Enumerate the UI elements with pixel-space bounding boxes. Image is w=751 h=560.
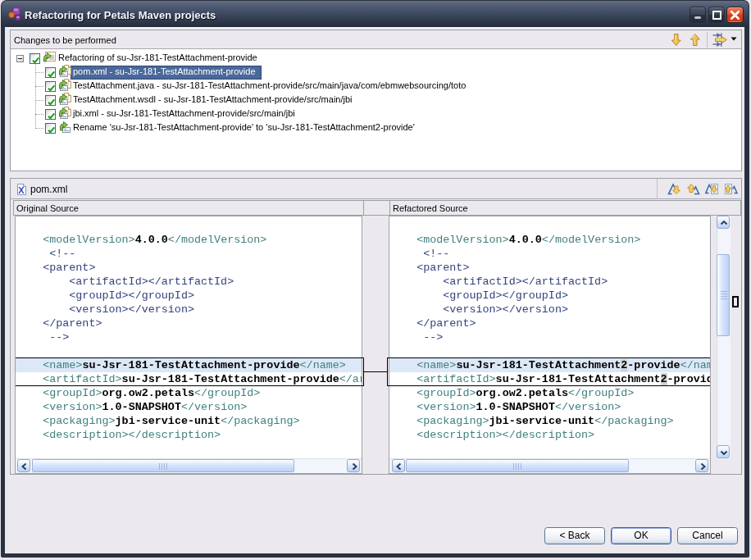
svg-text:X: X — [18, 185, 25, 195]
